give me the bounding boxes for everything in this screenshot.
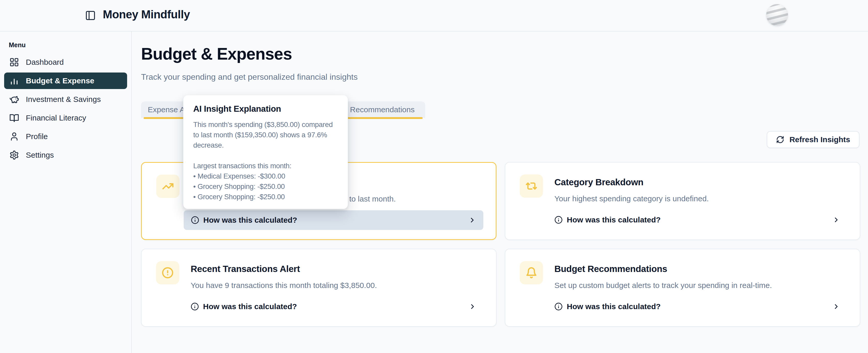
repeat-icon	[525, 180, 537, 192]
chevron-right-icon	[832, 303, 840, 310]
trend-icon-tile	[156, 175, 180, 198]
sidebar-item-label: Financial Literacy	[26, 113, 86, 122]
info-icon	[554, 303, 563, 311]
how-calculated-label: How was this calculated?	[567, 302, 660, 311]
info-icon	[191, 216, 199, 224]
category-breakdown-card: Category Breakdown Your highest spending…	[505, 162, 860, 240]
chevron-right-icon	[468, 216, 476, 224]
sidebar-item-settings[interactable]: Settings	[4, 147, 127, 163]
bell-icon-tile	[520, 261, 543, 284]
how-calculated-label: How was this calculated?	[203, 216, 297, 224]
chevron-right-icon	[469, 303, 476, 310]
sidebar-item-investment-savings[interactable]: Investment & Savings	[4, 91, 127, 108]
category-icon-tile	[520, 174, 543, 198]
sidebar-toggle-button[interactable]	[84, 9, 97, 22]
ai-insight-tooltip: AI Insight Explanation This month's spen…	[183, 95, 348, 209]
how-calculated-label: How was this calculated?	[203, 302, 297, 311]
app-title: Money Mindfully	[103, 8, 190, 21]
how-calculated-button[interactable]: How was this calculated?	[184, 210, 483, 230]
sidebar-item-label: Settings	[26, 151, 54, 160]
alert-circle-icon	[162, 267, 174, 279]
tooltip-body: This month's spending ($3,850.00) compar…	[193, 119, 338, 202]
open-book-icon	[9, 113, 19, 123]
card-description: Your highest spending category is undefi…	[554, 193, 847, 204]
sidebar-item-profile[interactable]: Profile	[4, 128, 127, 145]
alert-icon-tile	[156, 261, 179, 284]
card-title: Category Breakdown	[554, 177, 847, 188]
sidebar-item-label: Investment & Savings	[26, 95, 101, 104]
how-calculated-button[interactable]: How was this calculated?	[183, 297, 484, 316]
budget-recommendations-card: Budget Recommendations Set up custom bud…	[505, 249, 860, 327]
info-icon	[554, 216, 563, 224]
dashboard-grid-icon	[9, 57, 19, 67]
info-icon	[191, 303, 199, 311]
sidebar-item-budget-expense[interactable]: Budget & Expense	[4, 72, 127, 89]
sidebar: Menu Dashboard Budget & Expense Investme…	[0, 32, 132, 353]
sidebar-item-label: Profile	[26, 132, 48, 141]
trending-up-icon	[162, 180, 174, 192]
chevron-right-icon	[832, 216, 840, 224]
menu-section-label: Menu	[9, 41, 127, 49]
sidebar-item-label: Dashboard	[26, 58, 64, 67]
page-subtitle: Track your spending and get personalized…	[141, 72, 868, 82]
bar-chart-icon	[9, 76, 19, 86]
page-title: Budget & Expenses	[141, 44, 868, 64]
card-description: You have 9 transactions this month total…	[191, 280, 484, 290]
sidebar-item-label: Budget & Expense	[26, 76, 94, 85]
piggy-bank-icon	[9, 95, 19, 104]
how-calculated-button[interactable]: How was this calculated?	[547, 297, 847, 316]
how-calculated-label: How was this calculated?	[567, 215, 660, 224]
refresh-insights-label: Refresh Insights	[789, 135, 850, 144]
card-description: Set up custom budget alerts to track you…	[554, 280, 847, 290]
user-avatar[interactable]	[766, 4, 788, 26]
card-title: Budget Recommendations	[554, 264, 847, 275]
recent-transactions-card: Recent Transactions Alert You have 9 tra…	[141, 249, 497, 327]
how-calculated-button[interactable]: How was this calculated?	[547, 210, 847, 230]
refresh-insights-button[interactable]: Refresh Insights	[767, 131, 860, 148]
bell-icon	[525, 267, 537, 279]
tooltip-title: AI Insight Explanation	[193, 104, 338, 114]
refresh-icon	[776, 136, 784, 144]
gear-icon	[9, 150, 19, 160]
user-icon	[9, 132, 19, 141]
sidebar-item-financial-literacy[interactable]: Financial Literacy	[4, 110, 127, 126]
app-header: Money Mindfully	[0, 0, 868, 32]
sidebar-item-dashboard[interactable]: Dashboard	[4, 54, 127, 70]
card-title: Recent Transactions Alert	[191, 264, 484, 275]
panel-left-icon	[85, 10, 96, 21]
